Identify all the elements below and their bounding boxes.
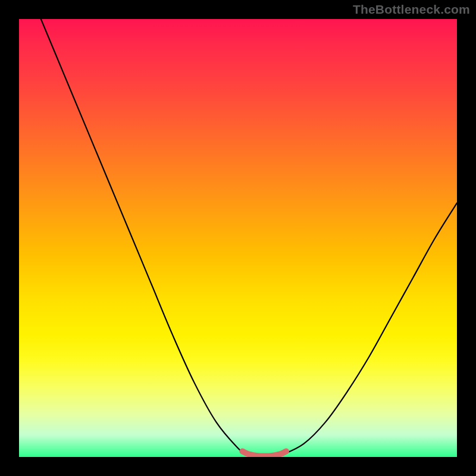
optimal-flat-zone (242, 451, 286, 456)
bottleneck-curve (41, 19, 457, 457)
outer-frame: TheBottleneck.com (0, 0, 476, 476)
chart-svg (19, 19, 457, 457)
watermark-text: TheBottleneck.com (353, 2, 470, 17)
plot-area (19, 19, 457, 457)
